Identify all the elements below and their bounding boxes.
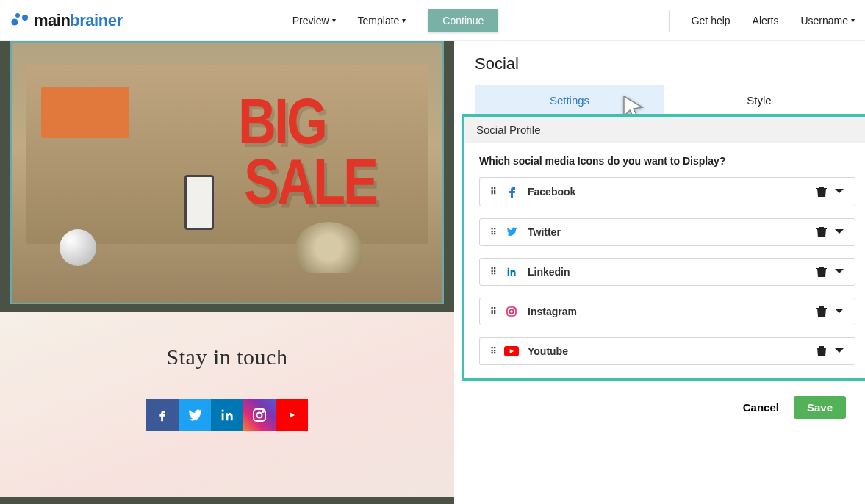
chevron-down-icon[interactable]: [834, 188, 844, 195]
trash-icon[interactable]: [816, 306, 827, 317]
alerts-link[interactable]: Alerts: [753, 15, 779, 26]
social-item-twitter[interactable]: ⠿ Twitter: [479, 218, 855, 246]
chevron-down-icon: ▾: [332, 16, 336, 24]
panel-title: Social: [475, 54, 865, 73]
social-profile-header: Social Profile: [464, 117, 865, 143]
facebook-icon: [504, 185, 519, 198]
drag-handle-icon[interactable]: ⠿: [490, 306, 495, 317]
drag-handle-icon[interactable]: ⠿: [490, 227, 495, 237]
chevron-down-icon: ▾: [851, 16, 855, 24]
social-item-label: Linkedin: [528, 266, 570, 278]
social-icons-row[interactable]: [0, 399, 454, 431]
svg-point-9: [514, 309, 514, 309]
social-item-label: Facebook: [528, 186, 575, 198]
save-button[interactable]: Save: [794, 396, 846, 419]
svg-point-5: [262, 411, 264, 412]
instagram-icon[interactable]: [243, 399, 276, 431]
chevron-down-icon[interactable]: [834, 308, 844, 315]
cancel-button[interactable]: Cancel: [743, 401, 779, 414]
brand-logo[interactable]: mainbrainer: [10, 11, 122, 30]
footer-block: Stay in touch: [0, 312, 454, 497]
youtube-icon[interactable]: [276, 399, 308, 431]
question-label: Which social media Icons do you want to …: [479, 155, 855, 167]
big-sale-text: BIG SALE: [238, 91, 376, 212]
nav-right: Get help Alerts Username▾: [669, 10, 855, 32]
social-item-linkedin[interactable]: ⠿ Linkedin: [479, 258, 855, 286]
top-navbar: mainbrainer Preview▾ Template▾ Continue …: [0, 0, 865, 41]
tab-settings[interactable]: Settings: [475, 85, 664, 115]
social-item-label: Twitter: [528, 226, 561, 238]
instagram-icon: [504, 306, 519, 317]
stay-in-touch-heading: Stay in touch: [0, 345, 454, 370]
twitter-icon: [504, 226, 519, 238]
chevron-down-icon[interactable]: [834, 348, 844, 355]
brand-dots-icon: [10, 12, 29, 29]
flowers-prop: [295, 222, 362, 273]
linkedin-icon[interactable]: [211, 399, 243, 431]
panel-footer-actions: Cancel Save: [475, 396, 846, 419]
gethelp-link[interactable]: Get help: [692, 15, 731, 26]
chevron-down-icon[interactable]: [834, 228, 844, 236]
social-item-instagram[interactable]: ⠿ Instagram: [479, 298, 855, 325]
svg-point-8: [509, 309, 513, 313]
preview-menu[interactable]: Preview▾: [292, 15, 336, 26]
facebook-icon[interactable]: [146, 399, 179, 431]
svg-point-4: [257, 413, 262, 418]
settings-panel: Social Settings Style Social Profile Whi…: [454, 41, 865, 504]
chevron-down-icon: ▾: [402, 16, 406, 24]
youtube-icon: [504, 346, 519, 356]
trash-icon[interactable]: [816, 226, 827, 238]
template-menu[interactable]: Template▾: [358, 15, 406, 26]
trash-icon[interactable]: [816, 345, 827, 357]
hero-image[interactable]: BIG SALE: [10, 41, 444, 304]
nav-center: Preview▾ Template▾ Continue: [292, 9, 499, 32]
linkedin-icon: [504, 266, 519, 278]
email-preview-canvas: BIG SALE Stay in touch: [0, 41, 454, 504]
social-profile-section: Social Profile Which social media Icons …: [462, 114, 865, 381]
chevron-down-icon[interactable]: [834, 268, 844, 276]
drag-handle-icon[interactable]: ⠿: [490, 187, 495, 197]
tab-style[interactable]: Style: [664, 85, 854, 115]
brand-text: mainbrainer: [34, 11, 122, 30]
continue-button[interactable]: Continue: [428, 9, 498, 32]
trash-icon[interactable]: [816, 266, 827, 278]
drag-handle-icon[interactable]: ⠿: [490, 267, 495, 277]
svg-point-2: [12, 18, 18, 25]
svg-point-0: [15, 13, 20, 18]
drag-handle-icon[interactable]: ⠿: [490, 346, 495, 356]
blanket-prop: [41, 87, 129, 138]
social-item-label: Youtube: [528, 345, 568, 357]
social-item-facebook[interactable]: ⠿ Facebook: [479, 177, 855, 206]
twitter-icon[interactable]: [179, 399, 211, 431]
social-item-youtube[interactable]: ⠿ Youtube: [479, 337, 855, 365]
username-menu[interactable]: Username▾: [800, 15, 855, 26]
trash-icon[interactable]: [816, 186, 827, 198]
settings-tabs: Settings Style: [475, 85, 854, 115]
lantern-prop: [184, 175, 214, 230]
vase-prop: [60, 229, 96, 266]
svg-point-1: [22, 15, 28, 21]
social-item-label: Instagram: [528, 306, 577, 317]
